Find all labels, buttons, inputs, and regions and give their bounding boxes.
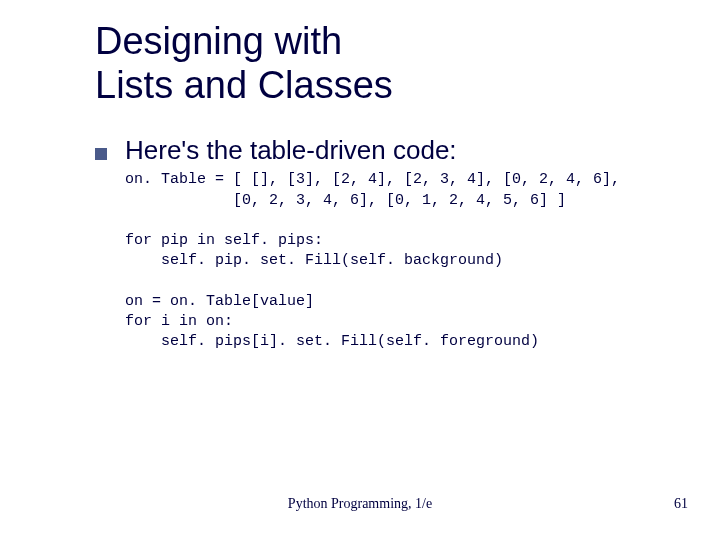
slide: Designing with Lists and Classes Here's …: [0, 0, 720, 540]
page-number: 61: [674, 496, 688, 512]
slide-title: Designing with Lists and Classes: [95, 20, 660, 107]
footer-book-title: Python Programming, 1/e: [0, 496, 720, 512]
bullet-text: Here's the table-driven code:: [125, 135, 457, 166]
title-line-2: Lists and Classes: [95, 64, 393, 106]
bullet-item: Here's the table-driven code:: [95, 135, 660, 166]
title-line-1: Designing with: [95, 20, 342, 62]
bullet-square-icon: [95, 148, 107, 160]
code-block: on. Table = [ [], [3], [2, 4], [2, 3, 4]…: [125, 170, 660, 352]
